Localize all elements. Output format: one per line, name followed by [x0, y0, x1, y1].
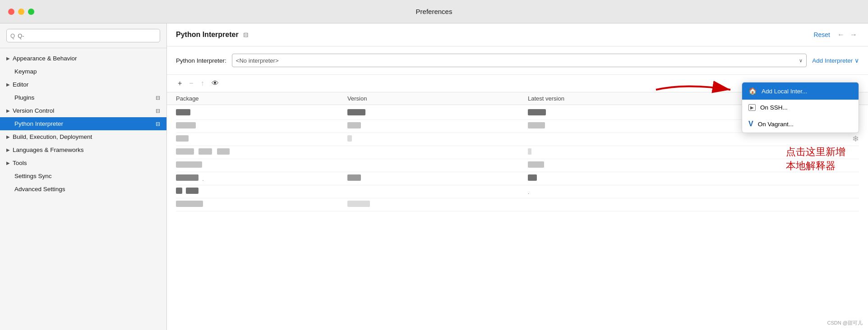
cell-version	[347, 122, 528, 130]
settings-icon: ⊟	[156, 95, 160, 101]
reset-button[interactable]: Reset	[813, 31, 830, 38]
cell-version	[347, 201, 528, 209]
sidebar-item-label: Settings Sync	[14, 173, 52, 179]
dropdown-item-on-vagrant[interactable]: V On Vagrant...	[742, 115, 859, 133]
back-button[interactable]: ←	[836, 30, 846, 40]
header-right: Reset ← →	[813, 30, 859, 40]
sidebar-item-version-control[interactable]: ▶ Version Control ⊟	[0, 104, 166, 117]
menu-item-label: On SSH...	[760, 104, 788, 111]
cell-package	[176, 109, 347, 117]
minimize-button[interactable]	[18, 9, 24, 15]
cell-latest	[528, 161, 859, 170]
sidebar-item-settings-sync[interactable]: Settings Sync	[0, 170, 166, 183]
forward-button[interactable]: →	[848, 30, 859, 40]
sidebar-item-label: Python Interpreter	[14, 120, 63, 127]
sidebar-item-python-interpreter[interactable]: Python Interpreter ⊟	[0, 117, 166, 130]
close-button[interactable]	[8, 9, 14, 15]
chevron-icon: ▶	[6, 82, 10, 87]
snowflake-icon: ❄	[852, 134, 859, 144]
table-row	[176, 198, 859, 211]
cell-latest: .	[528, 188, 859, 196]
cell-package	[176, 135, 347, 143]
table-row	[176, 159, 859, 172]
watermark: CSDN @甜可儿	[827, 320, 863, 326]
sidebar-item-build[interactable]: ▶ Build, Execution, Deployment	[0, 130, 166, 143]
table-row: .	[176, 172, 859, 185]
upload-package-button[interactable]: ↑	[199, 78, 206, 88]
remove-package-button[interactable]: −	[187, 78, 195, 88]
menu-item-label: On Vagrant...	[758, 121, 794, 128]
cell-version	[347, 109, 528, 117]
add-package-button[interactable]: +	[176, 78, 184, 88]
sidebar-item-label: Plugins	[14, 94, 34, 101]
table-row	[176, 146, 859, 159]
add-interpreter-dropdown: 🏠 Add Local Inter... ▶ On SSH... V On Va…	[742, 82, 859, 133]
sidebar-item-label: Advanced Settings	[14, 186, 65, 192]
interpreter-select-value: <No interpreter>	[236, 57, 279, 64]
vagrant-icon: V	[748, 120, 753, 128]
search-box[interactable]: Q	[6, 29, 160, 42]
search-icon: Q	[10, 32, 15, 39]
cell-package	[176, 148, 347, 156]
dropdown-item-add-local[interactable]: 🏠 Add Local Inter...	[742, 82, 859, 100]
home-icon: 🏠	[748, 87, 757, 95]
window-title: Preferences	[416, 8, 452, 15]
sidebar-nav: ▶ Appearance & Behavior Keymap ▶ Editor …	[0, 48, 166, 330]
chevron-icon: ▶	[6, 160, 10, 165]
search-container: Q	[0, 23, 166, 48]
sidebar-item-advanced[interactable]: Advanced Settings	[0, 183, 166, 196]
sidebar-item-appearance[interactable]: ▶ Appearance & Behavior	[0, 52, 166, 65]
page-title: Python Interpreter	[176, 31, 239, 39]
dropdown-arrow-icon: ∨	[799, 58, 803, 64]
sidebar-item-plugins[interactable]: Plugins ⊟	[0, 91, 166, 104]
content-header: Python Interpreter ⊟ Reset ← →	[167, 23, 868, 46]
column-header-package: Package	[176, 95, 347, 102]
column-header-version: Version	[347, 95, 528, 102]
sidebar-item-label: Version Control	[13, 107, 54, 114]
maximize-button[interactable]	[28, 9, 34, 15]
chevron-icon: ▶	[6, 134, 10, 139]
eye-button[interactable]: 👁	[210, 78, 221, 88]
sidebar-item-keymap[interactable]: Keymap	[0, 65, 166, 78]
sidebar: Q ▶ Appearance & Behavior Keymap ▶ Edito…	[0, 23, 167, 330]
ssh-icon: ▶	[748, 104, 756, 111]
cell-latest	[528, 148, 859, 156]
cell-package: .	[176, 174, 347, 183]
settings-icon: ⊟	[156, 121, 160, 127]
cell-package	[176, 161, 347, 170]
cell-latest	[528, 174, 859, 183]
cell-package	[176, 201, 347, 209]
interpreter-label: Python Interpreter:	[176, 57, 226, 64]
chevron-icon: ▶	[6, 108, 10, 113]
menu-item-label: Add Local Inter...	[762, 88, 807, 95]
cell-version	[347, 135, 528, 143]
sidebar-item-editor[interactable]: ▶ Editor	[0, 78, 166, 91]
search-input[interactable]	[18, 32, 156, 39]
chevron-icon: ▶	[6, 147, 10, 152]
interpreter-select[interactable]: <No interpreter> ∨	[232, 54, 807, 67]
sidebar-item-label: Tools	[13, 160, 27, 166]
chevron-icon: ▶	[6, 56, 10, 61]
sidebar-item-label: Build, Execution, Deployment	[13, 133, 92, 140]
settings-icon: ⊟	[156, 108, 160, 114]
sidebar-item-tools[interactable]: ▶ Tools	[0, 156, 166, 170]
table-row	[176, 133, 859, 146]
cell-package	[176, 188, 347, 196]
window-controls	[8, 9, 34, 15]
titlebar: Preferences	[0, 0, 868, 23]
sidebar-item-label: Keymap	[14, 68, 37, 75]
content-area: Python Interpreter ⊟ Reset ← → Python In…	[167, 23, 868, 330]
sidebar-item-label: Languages & Frameworks	[13, 147, 84, 153]
add-interpreter-button[interactable]: Add Interpreter ∨	[812, 57, 859, 64]
sidebar-item-label: Appearance & Behavior	[13, 55, 77, 62]
sidebar-item-languages[interactable]: ▶ Languages & Frameworks	[0, 143, 166, 156]
content-title-row: Python Interpreter ⊟	[176, 31, 249, 39]
sidebar-item-label: Editor	[13, 81, 28, 88]
main-container: Q ▶ Appearance & Behavior Keymap ▶ Edito…	[0, 23, 868, 330]
cell-package	[176, 122, 347, 130]
cell-version	[347, 174, 528, 183]
table-row: .	[176, 185, 859, 198]
interpreter-row: Python Interpreter: <No interpreter> ∨ A…	[167, 46, 868, 75]
dropdown-item-on-ssh[interactable]: ▶ On SSH...	[742, 100, 859, 115]
title-settings-icon: ⊟	[243, 31, 249, 38]
